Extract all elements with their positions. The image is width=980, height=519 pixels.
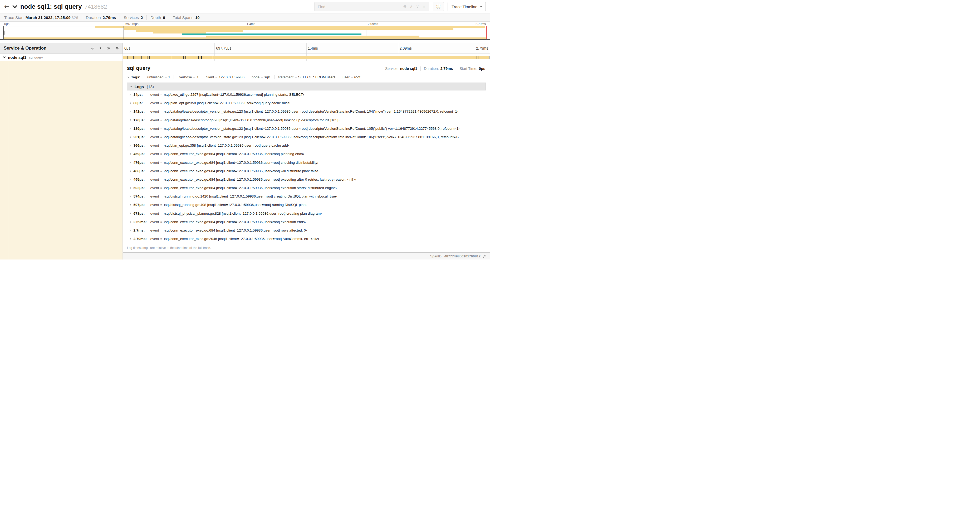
chevron-right-icon (127, 76, 129, 78)
log-marker-tick (127, 56, 128, 59)
span-name-column[interactable]: node sql1 sql query (0, 54, 123, 61)
log-value: ‹sql/catalog/descs/descriptor.go:98 [nsq… (164, 118, 339, 122)
tags-row[interactable]: Tags: _unfinished=1 _verbose=1 client=12… (123, 73, 490, 82)
minimap-scrubber-handle[interactable] (3, 30, 5, 35)
next-result-icon[interactable]: ∨ (414, 5, 421, 9)
log-key: event (150, 135, 159, 139)
span-name-column-fill (0, 61, 123, 260)
log-timestamp: 366μs: (134, 144, 150, 148)
log-timestamp: 80μs: (134, 101, 150, 105)
log-value: ‹sql/plan_opt.go:358 [nsql1,client=127.0… (164, 144, 289, 147)
collapse-one-button[interactable] (91, 46, 94, 50)
tag-item: client=127.0.0.1:59936 (202, 75, 248, 79)
log-row[interactable]: 80μs: event=‹sql/plan_opt.go:358 [nsql1,… (127, 99, 486, 107)
log-value: ‹sql/catalog/lease/descriptor_version_st… (164, 135, 459, 139)
chevron-right-icon (129, 110, 131, 113)
time-tick-label: 697.75μs (216, 46, 231, 50)
log-row[interactable]: 189μs: event=‹sql/catalog/lease/descript… (127, 125, 486, 133)
collapse-trace-chevron-icon[interactable] (13, 3, 17, 8)
log-row[interactable]: 597μs: event=‹sql/distsql_running.go:498… (127, 201, 486, 209)
log-marker-tick (142, 56, 142, 59)
minimap-scrubber[interactable] (3, 26, 124, 39)
back-button[interactable]: ← (4, 3, 10, 10)
log-key: event (150, 93, 159, 96)
minimap-red-marker (486, 26, 487, 39)
log-timestamp: 678μs: (134, 211, 150, 216)
log-equals: = (161, 126, 162, 131)
log-row[interactable]: 486μs: event=‹sql/conn_executor_exec.go:… (127, 167, 486, 176)
collapse-all-button[interactable] (106, 47, 110, 50)
meta-value: 2.79ms (441, 67, 453, 71)
link-icon[interactable] (482, 254, 486, 258)
summary-item: Trace Start March 31 2022, 17:25:09.326 (4, 15, 82, 20)
logs-header[interactable]: Logs (18) (127, 83, 486, 91)
log-row[interactable]: 678μs: event=‹sql/distsql_physical_plann… (127, 209, 486, 218)
log-row[interactable]: 495μs: event=‹sql/conn_executor_exec.go:… (127, 176, 486, 184)
time-tick-label: 697.75μs (126, 22, 138, 26)
trace-minimap[interactable]: 0μs697.75μs1.4ms2.09ms2.79ms (0, 22, 490, 40)
log-row[interactable]: 201μs: event=‹sql/catalog/lease/descript… (127, 133, 486, 141)
log-marker-tick (148, 56, 148, 59)
minimap-canvas[interactable] (3, 26, 487, 39)
log-marker-tick (489, 56, 490, 59)
find-box: ⊕ ∧ ∨ × (314, 2, 429, 11)
log-value: ‹sql/plan_opt.go:358 [nsql1,client=127.0… (164, 101, 290, 105)
log-timestamp: 597μs: (134, 203, 150, 207)
find-input[interactable] (315, 2, 401, 11)
expand-one-button[interactable] (99, 47, 102, 50)
tag-equals: = (165, 75, 167, 79)
log-row[interactable]: 176μs: event=‹sql/catalog/descs/descript… (127, 116, 486, 125)
span-detail-column: sql query Service: node sql1 Duration: 2… (123, 61, 490, 260)
span-duration-bar[interactable] (123, 56, 489, 59)
log-row[interactable]: 34μs: event=‹sql/exec_util.go:2297 [nsql… (127, 91, 486, 99)
chevron-right-icon (129, 204, 131, 206)
tag-key: _verbose (177, 75, 192, 79)
clear-search-icon[interactable]: × (421, 5, 427, 9)
trace-id: 7418682 (84, 3, 107, 10)
minimap-span-bar (153, 32, 206, 34)
tag-key: _unfinished (145, 75, 164, 79)
log-row[interactable]: 2.79ms: event=‹sql/conn_executor_exec.go… (127, 235, 486, 243)
log-row[interactable]: 574μs: event=‹sql/distsql_running.go:142… (127, 192, 486, 201)
log-equals: = (161, 93, 162, 96)
tag-item: node=sql1 (248, 75, 275, 79)
meta-label: Service: (385, 67, 399, 71)
log-equals: = (161, 220, 162, 224)
timeline-header-left: Service & Operation (0, 43, 123, 54)
expand-all-button[interactable] (115, 47, 119, 50)
log-value: ‹sql/distsql_physical_planner.go:828 [ns… (164, 211, 322, 216)
spanid-label: SpanID: (430, 254, 442, 258)
log-equals: = (161, 203, 162, 207)
span-bar-track[interactable] (123, 54, 490, 61)
tag-key: statement (278, 75, 293, 79)
prev-result-icon[interactable]: ∧ (408, 5, 414, 9)
trace-timeline-dropdown[interactable]: Trace Timeline (448, 2, 486, 11)
page-title: node sql1: sql query 7418682 (20, 3, 107, 10)
log-timestamp: 495μs: (134, 177, 150, 182)
log-row[interactable]: 502μs: event=‹sql/conn_executor_exec.go:… (127, 184, 486, 192)
chevron-down-icon (480, 5, 482, 7)
zoom-in-icon[interactable]: ⊕ (401, 5, 408, 9)
chevron-right-icon (129, 145, 131, 147)
keyboard-shortcuts-button[interactable]: ⌘ (433, 2, 444, 11)
log-row[interactable]: 142μs: event=‹sql/catalog/lease/descript… (127, 107, 486, 116)
log-value: ‹sql/exec_util.go:2297 [nsql1,client=127… (164, 93, 304, 96)
summary-label: Duration (86, 15, 101, 20)
logs-section: Logs (18) 34μs: event=‹sql/exec_util.go:… (127, 83, 486, 250)
log-row[interactable]: 2.7ms: event=‹sql/conn_executor_exec.go:… (127, 226, 486, 235)
time-tick-label: 2.09ms (399, 46, 412, 50)
log-row[interactable]: 2.69ms: event=‹sql/conn_executor_exec.go… (127, 218, 486, 226)
log-key: event (150, 169, 159, 173)
log-text: event=‹sql/distsql_running.go:1420 [nsql… (150, 194, 337, 199)
log-timestamp: 34μs: (134, 93, 150, 97)
log-row[interactable]: 366μs: event=‹sql/plan_opt.go:358 [nsql1… (127, 141, 486, 150)
log-row[interactable]: 476μs: event=‹sql/conn_executor_exec.go:… (127, 158, 486, 167)
tag-value: sql1 (264, 75, 271, 79)
log-equals: = (161, 109, 162, 113)
log-row[interactable]: 459μs: event=‹sql/conn_executor_exec.go:… (127, 150, 486, 158)
time-tick-label: 1.4ms (247, 22, 255, 26)
header-actions: ⊕ ∧ ∨ × ⌘ Trace Timeline (314, 2, 486, 11)
log-text: event=‹sql/catalog/lease/descriptor_vers… (150, 109, 458, 114)
log-key: event (150, 211, 159, 216)
log-text: event=‹sql/conn_executor_exec.go:684 [ns… (150, 169, 320, 173)
